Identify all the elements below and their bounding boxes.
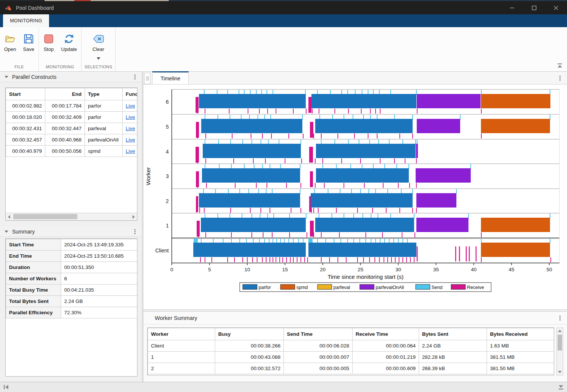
- summary-row: Number of Workers 6: [6, 273, 137, 284]
- timeline-bar-parfevalOnAll[interactable]: [416, 218, 468, 232]
- scroll-right-icon[interactable]: [130, 213, 137, 220]
- open-button[interactable]: Open: [1, 32, 20, 53]
- timeline-bar-parfor[interactable]: [316, 168, 409, 183]
- vertical-scrollbar[interactable]: [556, 327, 563, 375]
- collapse-section-icon[interactable]: [5, 76, 8, 78]
- table-row[interactable]: 200:00:32.57200:00:00.00500:00:00.609268…: [148, 363, 554, 374]
- receive-block: [310, 122, 313, 138]
- timeline-bar-parfor[interactable]: [201, 218, 306, 232]
- scroll-down-icon[interactable]: [557, 369, 563, 375]
- timeline-bar-parfor[interactable]: [315, 218, 414, 232]
- table-row[interactable]: 100:00:43.08800:00:00.00700:00:01.219282…: [148, 352, 554, 363]
- scroll-up-icon[interactable]: [557, 328, 563, 334]
- timeline-bar-parfor[interactable]: [311, 94, 416, 108]
- timeline-bar-parfor[interactable]: [199, 94, 306, 108]
- collapse-left-panel-icon[interactable]: [2, 384, 10, 390]
- tab-timeline[interactable]: Timeline: [152, 71, 189, 84]
- right-panel: Timeline 654321Client0510152025303540455…: [143, 72, 567, 382]
- x-tick-label: 40: [471, 267, 476, 272]
- receive-spike: [469, 246, 470, 261]
- timeline-bar-parfevalOnAll[interactable]: [416, 168, 471, 183]
- timeline-bar-parfor[interactable]: [315, 119, 413, 133]
- clear-button[interactable]: Clear: [89, 32, 108, 62]
- collapse-ribbon-icon[interactable]: [556, 62, 564, 69]
- status-bar: [0, 382, 567, 392]
- timeline-bar-parfevalOnAll[interactable]: [416, 144, 418, 158]
- timeline-bar-spmd[interactable]: [481, 218, 550, 232]
- maximize-button[interactable]: [523, 1, 545, 14]
- receive-block: [196, 97, 199, 113]
- cell-function: Live: [123, 100, 138, 112]
- table-row[interactable]: 00:00:18.020 00:00:32.409 parfor Live: [6, 112, 138, 123]
- options-menu-icon[interactable]: [133, 73, 137, 80]
- timeline-chart: 654321Client05101520253035404550Time sin…: [143, 85, 567, 309]
- cell-type: parfevalOnAll: [85, 134, 123, 146]
- worker-summary-cell: 381.51 MB: [487, 352, 554, 363]
- summary-row: Total Bytes Sent 2.24 GB: [6, 296, 137, 307]
- worker-summary-cell: 2: [148, 363, 215, 374]
- table-row[interactable]: Client00:00:38.26600:00:06.02800:00:00.0…: [148, 340, 554, 352]
- legend-label: Receive: [467, 285, 484, 290]
- tab-monitoring[interactable]: MONITORING: [3, 14, 49, 27]
- clear-label: Clear: [92, 46, 104, 52]
- horizontal-scrollbar[interactable]: [6, 213, 137, 220]
- table-header-row: WorkerBusySend TimeReceive TimeBytes Sen…: [148, 328, 554, 340]
- table-empty-area: [6, 157, 137, 213]
- update-button[interactable]: Update: [58, 32, 80, 53]
- panel-grip-icon[interactable]: [144, 73, 151, 84]
- save-button[interactable]: Save: [20, 32, 38, 53]
- timeline-bar-parfor[interactable]: [203, 144, 301, 158]
- timeline-bar-parfor[interactable]: [308, 243, 416, 257]
- function-link[interactable]: Live: [126, 126, 135, 131]
- options-menu-icon[interactable]: [558, 314, 562, 321]
- worker-summary-cell: 00:00:06.028: [284, 340, 353, 352]
- timeline-bar-parfor[interactable]: [193, 243, 306, 257]
- desktop-strip-segment: [74, 0, 91, 1]
- minimize-button[interactable]: [501, 1, 523, 14]
- table-row-partial[interactable]: [148, 374, 554, 376]
- function-link[interactable]: Live: [126, 148, 135, 154]
- collapse-section-icon[interactable]: [5, 231, 8, 233]
- table-row[interactable]: 00:00:02.982 00:00:17.784 parfor Live: [6, 100, 138, 112]
- timeline-bar-parfevalOnAll[interactable]: [417, 119, 460, 133]
- clear-dropdown-caret-icon[interactable]: [97, 54, 100, 61]
- worker-summary-cell: 00:00:00.064: [353, 340, 419, 352]
- summary-header: Summary: [0, 226, 142, 237]
- collapse-bottom-panel-icon[interactable]: [557, 384, 565, 390]
- summary-row: Start Time 2024-Oct-25 13:49:19.335: [6, 239, 137, 251]
- scroll-left-icon[interactable]: [6, 213, 12, 220]
- timeline-bar-parfor[interactable]: [201, 119, 302, 133]
- worker-summary-cell: 00:00:38.266: [215, 340, 284, 352]
- function-link[interactable]: Live: [126, 137, 135, 143]
- desktop-edge-strip: [0, 0, 567, 1]
- options-menu-icon[interactable]: [558, 74, 562, 81]
- timeline-bar-parfor[interactable]: [316, 144, 416, 158]
- table-row[interactable]: 00:00:40.979 00:00:50.056 spmd Live: [6, 146, 138, 157]
- timeline-bar-parfevalOnAll[interactable]: [416, 193, 456, 208]
- receive-block: [309, 147, 313, 163]
- scrollbar-thumb[interactable]: [558, 335, 562, 350]
- cell-start: 00:00:32.431: [6, 123, 45, 134]
- open-folder-icon: [5, 33, 16, 45]
- function-link[interactable]: Live: [126, 103, 135, 109]
- scrollbar-thumb[interactable]: [13, 214, 77, 219]
- summary-value: 2.24 GB: [61, 296, 137, 307]
- timeline-bar-spmd[interactable]: [481, 94, 550, 108]
- function-link[interactable]: Live: [126, 114, 135, 120]
- timeline-bar-spmd[interactable]: [481, 119, 550, 133]
- receive-spike: [466, 246, 467, 261]
- close-button[interactable]: [545, 1, 567, 14]
- window-title: Pool Dashboard: [16, 5, 54, 11]
- column-header: Start: [6, 88, 45, 100]
- options-menu-icon[interactable]: [133, 228, 137, 235]
- timeline-bar-parfor[interactable]: [311, 193, 413, 208]
- timeline-bar-parfor[interactable]: [202, 168, 300, 183]
- stop-button[interactable]: Stop: [40, 32, 58, 53]
- timeline-bar-parfor[interactable]: [199, 193, 300, 208]
- timeline-bar-spmd[interactable]: [481, 243, 550, 257]
- timeline-bar-parfevalOnAll[interactable]: [417, 94, 481, 108]
- table-row[interactable]: 00:00:32.431 00:00:32.447 parfeval Live: [6, 123, 138, 134]
- table-row[interactable]: 00:00:32.457 00:00:40.968 parfevalOnAll …: [6, 134, 138, 146]
- worker-summary-cell: 00:00:00.007: [284, 352, 353, 363]
- summary-row: Parallel Efficiency 72.30%: [6, 307, 137, 318]
